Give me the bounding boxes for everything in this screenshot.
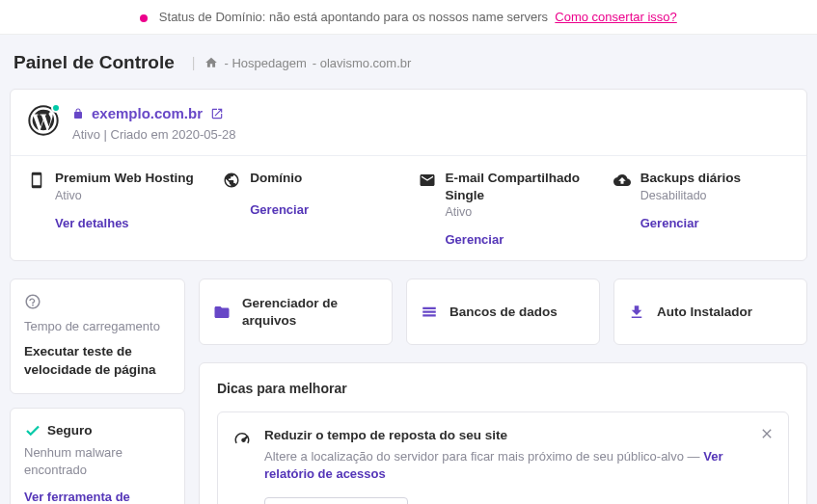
speed-icon <box>233 430 251 447</box>
status-indicator-icon <box>51 103 61 113</box>
cloud-backup-icon <box>613 172 631 189</box>
left-column: Tempo de carregamento Executar teste de … <box>10 279 185 504</box>
site-domain[interactable]: exemplo.com.br <box>92 105 203 121</box>
breadcrumb-item: - Hospedagem <box>224 56 306 70</box>
status-fix-link[interactable]: Como consertar isso? <box>555 10 676 24</box>
service-manage-link[interactable]: Gerenciar <box>446 232 504 247</box>
tip-title: Reduzir o tempo de reposta do seu site <box>264 428 773 442</box>
folder-icon <box>213 304 231 321</box>
close-icon[interactable] <box>759 426 775 441</box>
tips-panel: Dicas para melhorar Reduzir o tempo de r… <box>199 362 807 504</box>
site-meta: Ativo | Criado em 2020-05-28 <box>72 127 789 142</box>
security-title-row: Seguro <box>24 422 93 440</box>
service-email: E-mail Compartilhado Single Ativo Gerenc… <box>409 170 604 247</box>
load-time-box: Tempo de carregamento Executar teste de … <box>10 279 185 394</box>
malware-tool-link[interactable]: Ver ferramenta de detecção de malware <box>24 489 171 504</box>
load-time-label: Tempo de carregamento <box>24 319 171 333</box>
security-sub: Nenhum malware encontrado <box>24 444 171 479</box>
action-label: Auto Instalador <box>657 304 752 321</box>
database-icon <box>421 304 438 321</box>
service-manage-link[interactable]: Gerenciar <box>250 202 309 217</box>
service-domain: Domínio Gerenciar <box>213 170 408 247</box>
tip-desc: Altere a localização do servidor para fi… <box>264 448 773 483</box>
help-icon <box>24 293 41 310</box>
service-backup: Backups diários Desabilitado Gerenciar <box>604 170 799 247</box>
breadcrumb-item: - olavismo.com.br <box>313 56 412 70</box>
lock-icon <box>72 107 84 120</box>
status-bar: Status de Domínio: não está apontando pa… <box>0 0 817 35</box>
auto-installer-card[interactable]: Auto Instalador <box>613 279 807 345</box>
home-icon <box>204 56 218 69</box>
service-title: Domínio <box>250 170 398 187</box>
run-speed-test-link[interactable]: Executar teste de velocidade de página <box>24 343 171 380</box>
wordpress-logo-icon <box>28 105 59 136</box>
tips-heading: Dicas para melhorar <box>217 381 789 396</box>
lower-section: Tempo de carregamento Executar teste de … <box>0 279 817 504</box>
service-details-link[interactable]: Ver detalhes <box>55 216 129 230</box>
site-header: exemplo.com.br Ativo | Criado em 2020-05… <box>11 90 806 156</box>
action-label: Gerenciador de arquivos <box>242 295 378 329</box>
service-title: Backups diários <box>640 170 789 187</box>
file-manager-card[interactable]: Gerenciador de arquivos <box>199 279 393 345</box>
check-icon <box>24 422 41 439</box>
breadcrumb: - Hospedagem - olavismo.com.br <box>204 56 411 70</box>
transfer-server-button[interactable]: Transferir servidor <box>264 497 408 504</box>
site-name-row: exemplo.com.br <box>72 105 789 121</box>
service-title: Premium Web Hosting <box>55 170 204 187</box>
service-status: Ativo <box>446 205 594 219</box>
hosting-icon <box>28 172 45 189</box>
page-title: Painel de Controle <box>14 52 175 73</box>
mail-icon <box>419 172 436 189</box>
globe-icon <box>223 172 240 189</box>
site-info: exemplo.com.br Ativo | Criado em 2020-05… <box>72 105 789 142</box>
status-text: Status de Domínio: não está apontando pa… <box>159 10 548 24</box>
tip-card: Reduzir o tempo de reposta do seu site A… <box>217 411 789 504</box>
site-card: exemplo.com.br Ativo | Criado em 2020-05… <box>10 89 807 261</box>
service-status: Ativo <box>55 189 204 202</box>
action-label: Bancos de dados <box>449 304 558 321</box>
status-dot-icon <box>140 14 148 22</box>
action-cards-row: Gerenciador de arquivos Bancos de dados … <box>199 279 807 345</box>
tip-body: Reduzir o tempo de reposta do seu site A… <box>264 428 773 504</box>
right-column: Gerenciador de arquivos Bancos de dados … <box>199 279 807 504</box>
security-title: Seguro <box>47 422 93 440</box>
security-box: Seguro Nenhum malware encontrado Ver fer… <box>10 408 185 504</box>
services-row: Premium Web Hosting Ativo Ver detalhes D… <box>11 156 806 260</box>
service-title: E-mail Compartilhado Single <box>446 170 594 203</box>
service-manage-link[interactable]: Gerenciar <box>640 216 699 230</box>
page-header: Painel de Controle | - Hospedagem - olav… <box>0 35 817 89</box>
external-link-icon[interactable] <box>210 107 224 120</box>
download-icon <box>628 304 645 321</box>
header-divider: | <box>192 55 196 70</box>
service-hosting: Premium Web Hosting Ativo Ver detalhes <box>18 170 213 247</box>
databases-card[interactable]: Bancos de dados <box>406 279 600 345</box>
service-status: Desabilitado <box>640 189 789 202</box>
